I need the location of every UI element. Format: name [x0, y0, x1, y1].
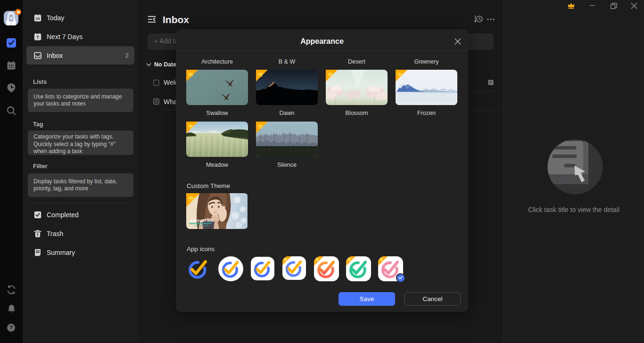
svg-text:?: ? [9, 325, 13, 330]
svg-text:NATSUKI RIN: NATSUKI RIN [190, 219, 214, 222]
svg-text:23: 23 [36, 16, 40, 21]
svg-text:T: T [36, 35, 39, 40]
svg-text:STARRING: STARRING [194, 225, 209, 227]
